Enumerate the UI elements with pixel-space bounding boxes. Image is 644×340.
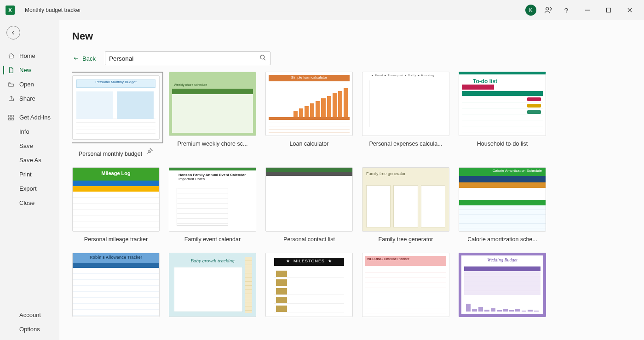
template-card-calorie-amortization[interactable]: Calorie Amortization ScheduleCalorie amo… [459,167,546,243]
template-thumbnail: Baby growth tracking [169,253,256,317]
sidebar-item-open[interactable]: Open [0,77,59,91]
svg-rect-11 [12,118,13,120]
account-manager-icon[interactable] [541,3,556,17]
template-card-family-event-calendar[interactable]: Hanson Family Annual Event CalendarImpor… [169,167,256,243]
template-thumbnail: To-do list [459,72,546,136]
maximize-button[interactable] [598,3,619,17]
home-icon [7,52,15,59]
sidebar-item-new[interactable]: New [0,63,59,77]
template-card-allowance-tracker[interactable]: Robin's Allowance Tracker [72,253,160,317]
minimize-button[interactable] [577,3,598,17]
back-button[interactable] [6,26,20,40]
template-thumbnail: Calorie Amortization Schedule [459,167,546,232]
sidebar-item-saveas[interactable]: Save As [0,153,59,167]
svg-rect-8 [9,115,11,117]
search-icon[interactable] [259,54,266,63]
template-card-milestones[interactable]: ★ MILESTONES ★ [265,253,353,317]
template-card-household-todo[interactable]: To-do listHousehold to-do list [459,72,546,157]
template-thumbnail: Personal Monthly Budget [72,72,163,143]
sidebar-item-label: Info [19,128,29,135]
template-thumbnail: Hanson Family Annual Event CalendarImpor… [169,167,256,232]
template-thumbnail: Family tree generator [362,167,449,232]
template-card-premium-weekly-chore[interactable]: Weekly chore schedulePremium weekly chor… [169,72,256,157]
template-label: Loan calculator [290,141,329,147]
search-back-link[interactable]: Back [72,55,96,62]
template-thumbnail: WEDDING Timeline Planner [362,253,449,317]
template-label: Personal monthly budget [79,151,142,157]
sidebar-item-addins[interactable]: Get Add-ins [0,110,59,125]
sidebar-item-label: Options [19,326,40,333]
sidebar-item-save[interactable]: Save [0,139,59,153]
template-search-box[interactable] [105,51,270,65]
sidebar-item-label: New [19,67,31,74]
sidebar-item-label: Open [19,81,34,88]
window-title: Monthly budget tracker [25,7,81,13]
template-card-baby-growth[interactable]: Baby growth tracking [169,253,256,317]
sidebar-item-close[interactable]: Close [0,196,59,210]
template-card-wedding-timeline[interactable]: WEDDING Timeline Planner [362,253,449,317]
user-avatar[interactable]: K [525,5,536,16]
template-card-loan-calculator[interactable]: Simple loan calculatorLoan calculator [265,72,353,157]
template-thumbnail: Weekly chore schedule [169,72,256,136]
template-label: Family tree generator [379,236,433,243]
backstage-sidebar: Home New Open Share Get Add-ins [0,20,59,340]
sidebar-item-home[interactable]: Home [0,49,59,63]
app-icon: X [6,6,15,15]
sidebar-item-print[interactable]: Print [0,167,59,181]
template-label: Family event calendar [184,236,241,243]
sidebar-item-label: Save [19,142,33,149]
svg-rect-7 [607,8,611,12]
svg-point-12 [260,55,264,59]
template-grid[interactable]: Personal Monthly BudgetPersonal monthly … [72,72,631,329]
sidebar-item-account[interactable]: Account [0,308,59,322]
back-link-label: Back [82,55,96,62]
template-label: Premium weekly chore sc... [178,141,248,147]
template-thumbnail: Wedding Budget [459,253,546,317]
page-title: New [72,30,631,42]
template-thumbnail: ★ MILESTONES ★ [265,253,353,317]
sidebar-item-label: Get Add-ins [19,114,51,121]
share-icon [7,95,15,102]
template-thumbnail: Robin's Allowance Tracker [72,253,160,317]
template-label: Personal mileage tracker [84,236,148,243]
template-thumbnail: ■ Food ■ Transport ■ Daily ■ Housing [362,72,449,136]
template-card-personal-contact-list[interactable]: Personal contact list [265,167,353,243]
template-label: Personal expenses calcula... [369,141,442,147]
template-card-personal-monthly-budget[interactable]: Personal Monthly BudgetPersonal monthly … [72,72,160,157]
template-thumbnail: Simple loan calculator [265,72,353,136]
sidebar-item-export[interactable]: Export [0,181,59,196]
template-card-personal-mileage[interactable]: Mileage LogPersonal mileage tracker [72,167,160,243]
folder-open-icon [7,81,15,88]
template-card-personal-expenses[interactable]: ■ Food ■ Transport ■ Daily ■ HousingPers… [362,72,449,157]
sidebar-item-options[interactable]: Options [0,322,59,336]
sidebar-item-info[interactable]: Info [0,125,59,139]
close-button[interactable] [619,3,640,17]
template-thumbnail [265,167,353,232]
sidebar-item-label: Export [19,185,37,192]
sidebar-item-label: Print [19,171,32,178]
template-card-wedding-budget[interactable]: Wedding Budget [459,253,546,317]
help-button[interactable]: ? [556,3,577,17]
title-bar: X Monthly budget tracker K ? [0,0,644,20]
pin-icon[interactable] [146,147,153,157]
svg-point-6 [546,7,549,10]
svg-rect-9 [12,115,13,117]
sidebar-item-label: Share [19,95,35,102]
sidebar-item-label: Close [19,199,34,206]
template-card-family-tree-generator[interactable]: Family tree generatorFamily tree generat… [362,167,449,243]
sidebar-item-label: Save As [19,157,41,164]
addins-icon [7,114,15,121]
template-search-input[interactable] [109,55,259,62]
template-label: Personal contact list [283,236,335,243]
svg-rect-10 [9,118,11,120]
content-area: New Back Personal Monthly BudgetPersonal… [59,20,644,340]
document-icon [7,67,15,74]
template-label: Calorie amortization sche... [467,236,537,243]
template-label: Household to-do list [477,141,528,147]
sidebar-item-label: Account [19,312,41,318]
sidebar-item-share[interactable]: Share [0,91,59,106]
sidebar-item-label: Home [19,52,35,59]
template-thumbnail: Mileage Log [72,167,160,232]
